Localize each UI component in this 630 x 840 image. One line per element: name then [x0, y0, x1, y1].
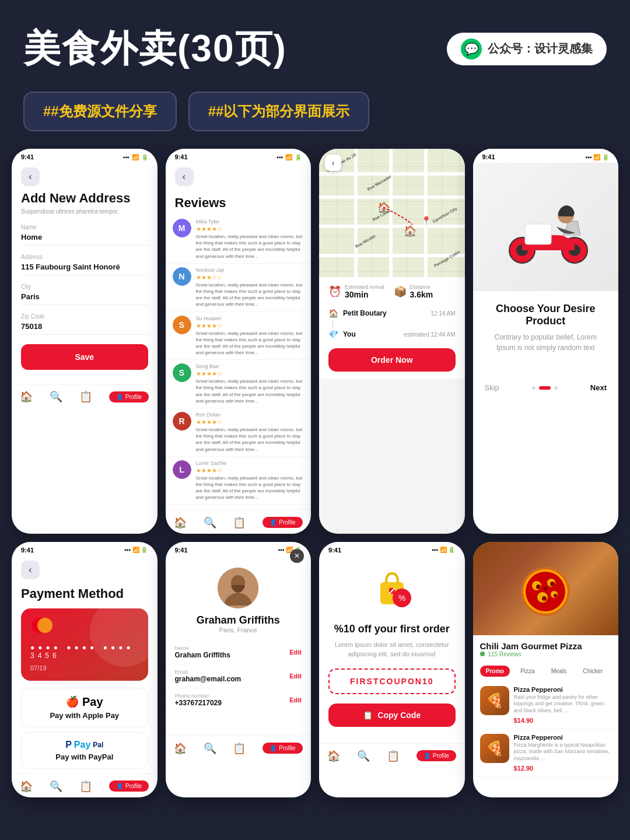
tracking-info: ⏰ Estimated Arrival 30min 📦 Distance 3.6…: [319, 277, 465, 379]
add-address-title: Add New Address: [21, 191, 148, 206]
nav-search-5[interactable]: 🔍: [50, 780, 62, 793]
promo-title: %10 off your first order: [328, 623, 456, 635]
progress-dots: [532, 386, 558, 390]
app-title: 美食外卖(30页): [23, 23, 287, 74]
nav-home-6[interactable]: 🏠: [174, 742, 187, 755]
top-row-screens: 9:41 ▪▪▪ 📶 🔋 ‹ Add New Address Suspendis…: [12, 149, 618, 534]
nav-orders-7[interactable]: 📋: [387, 750, 400, 762]
tags-row: ##免费源文件分享 ##以下为部分界面展示: [0, 86, 630, 149]
category-tabs: Promo Pizza Meals Chicker Gourmo: [473, 666, 619, 681]
screen-restaurant: ‹: [473, 542, 619, 797]
promo-content: % %10 off your first order Lorem ipsum d…: [319, 556, 465, 738]
nav-profile-1[interactable]: 👤 Profile: [109, 391, 149, 402]
menu-item-2[interactable]: 🍕 Pizza Pepperoni Pizza Margherite is a …: [473, 729, 619, 777]
stop-restaurant: 🏠 Petit Boutary 12:14 AM: [328, 306, 456, 320]
svg-text:%: %: [398, 593, 405, 603]
menu-item-1[interactable]: 🍕 Pizza Pepperoni Raid your fridge and p…: [473, 681, 619, 729]
profile-name: Graham Griffiths: [166, 614, 312, 626]
save-button[interactable]: Save: [21, 344, 148, 370]
svg-point-22: [536, 584, 541, 589]
profile-phone-field: Phone number +33767217029 Edit: [166, 688, 312, 712]
profile-avatar: [218, 568, 258, 608]
nav-home-1[interactable]: 🏠: [20, 390, 33, 403]
svg-point-26: [544, 587, 547, 590]
bottom-nav-6: 🏠 🔍 📋 👤Profile: [166, 736, 312, 760]
svg-point-23: [550, 582, 555, 586]
header-section: 美食外卖(30页) 💬 公众号：设计灵感集: [0, 0, 630, 86]
cat-promo[interactable]: Promo: [480, 666, 510, 677]
nav-home-5[interactable]: 🏠: [20, 780, 33, 793]
cat-chicker[interactable]: Chicker: [577, 666, 608, 677]
nav-search-2[interactable]: 🔍: [204, 516, 216, 529]
copy-code-button[interactable]: 📋 Copy Code: [328, 704, 456, 727]
back-button-1[interactable]: ‹: [21, 167, 40, 186]
profile-name-field: Name Graham Griffiths Edit: [166, 640, 312, 664]
nav-orders-1[interactable]: 📋: [79, 390, 92, 403]
svg-point-7: [37, 618, 52, 633]
map-area: ‹ La Cantine du 18 Rue Marcadet Rue Laba…: [319, 149, 465, 277]
edit-name-button[interactable]: Edit: [289, 649, 302, 656]
cat-gourmo[interactable]: Gourmo: [613, 666, 618, 677]
promo-desc: Lorem ipsum dolor sit amet, consectetur …: [328, 640, 456, 659]
nav-profile-7[interactable]: 👤Profile: [416, 750, 456, 761]
reviews-title: Reviews: [166, 191, 312, 215]
cat-meals[interactable]: Meals: [545, 666, 573, 677]
nav-orders-5[interactable]: 📋: [79, 780, 92, 793]
restaurant-name: Chili Jam Gourmet Pizza: [480, 641, 612, 651]
scooter-svg: [493, 186, 598, 268]
review-item-3: S Su Huawei ★★★★☆ Great location, really…: [166, 312, 312, 360]
back-button-map[interactable]: ‹: [325, 155, 341, 171]
edit-email-button[interactable]: Edit: [289, 673, 302, 680]
svg-rect-4: [525, 224, 551, 244]
svg-point-24: [542, 596, 547, 601]
skip-button[interactable]: Skip: [485, 383, 499, 392]
wechat-text: 公众号：设计灵感集: [488, 41, 593, 57]
nav-search-6[interactable]: 🔍: [204, 742, 216, 755]
nav-profile-6[interactable]: 👤Profile: [262, 743, 302, 754]
restaurant-hero: ‹: [473, 542, 619, 635]
screen-payment: 9:41 ▪▪▪ 📶 🔋 ‹ Payment Method ●●●● ●●●● …: [12, 542, 158, 797]
tag-2: ##以下为部分界面展示: [188, 92, 370, 131]
next-button[interactable]: Next: [590, 383, 607, 392]
nav-profile-5[interactable]: 👤Profile: [109, 780, 149, 792]
eta-distance: 📦 Distance 3.6km: [394, 284, 433, 299]
close-button-6[interactable]: ✕: [290, 549, 304, 563]
tag-1: ##免费源文件分享: [23, 92, 177, 131]
screen-onboarding: 9:41 ▪▪▪ 📶 🔋: [473, 149, 619, 534]
nav-profile-2[interactable]: 👤Profile: [262, 517, 302, 528]
apple-pay-option[interactable]: 🍎 Pay Pay with Apple Pay: [21, 688, 148, 727]
nav-search-1[interactable]: 🔍: [50, 390, 62, 403]
restaurant-info: Chili Jam Gourmet Pizza 115 Reviews: [473, 635, 619, 666]
bottom-nav-7: 🏠 🔍 📋 👤Profile: [319, 743, 465, 767]
screen-profile: 9:41 ▪▪▪ 📶 🔋 ✕ Graham Griffiths Paris, F…: [166, 542, 312, 797]
screen-tracking: ‹ La Cantine du 18 Rue Marcadet Rue Laba…: [319, 149, 465, 534]
menu-item-img-1: 🍕: [480, 686, 509, 715]
nav-home-2[interactable]: 🏠: [174, 516, 187, 529]
edit-phone-button[interactable]: Edit: [289, 696, 302, 704]
svg-point-17: [526, 572, 565, 611]
eta-time: ⏰ Estimated Arrival 30min: [328, 284, 384, 299]
review-item-4: S Song Bae ★★★★☆ Great location, really …: [166, 360, 312, 408]
add-address-subtitle: Suspendisse ultrices pharetra tempor.: [21, 208, 148, 215]
bottom-nav-5: 🏠 🔍 📋 👤Profile: [12, 774, 158, 797]
profile-location: Paris, France: [166, 626, 312, 634]
review-item-5: R Ron Dolan ★★★★☆ Great location, really…: [166, 408, 312, 457]
nav-orders-6[interactable]: 📋: [233, 742, 246, 755]
back-button-5[interactable]: ‹: [21, 561, 40, 579]
order-now-button[interactable]: Order Now: [328, 348, 456, 372]
status-time-2: 9:41: [175, 153, 188, 160]
paypal-option[interactable]: P Pay Pal Pay with PayPal: [21, 732, 148, 769]
promo-code-box: FIRSTCOUPON10: [328, 668, 456, 694]
review-item-6: L Lumir Sachie ★★★★☆ Great location, rea…: [166, 457, 312, 505]
status-time-1: 9:41: [21, 153, 34, 160]
route-svg: [319, 149, 465, 277]
review-item-1: M Mika Tyler ★★★★☆ Great location, reall…: [166, 215, 312, 264]
cat-pizza[interactable]: Pizza: [514, 666, 540, 677]
nav-orders-2[interactable]: 📋: [233, 516, 246, 529]
svg-point-25: [554, 594, 557, 597]
status-icons-1: ▪▪▪ 📶 🔋: [123, 154, 148, 160]
menu-item-img-2: 🍕: [480, 734, 509, 763]
nav-home-7[interactable]: 🏠: [327, 750, 340, 762]
back-button-2[interactable]: ‹: [175, 167, 194, 186]
nav-search-7[interactable]: 🔍: [357, 750, 370, 762]
